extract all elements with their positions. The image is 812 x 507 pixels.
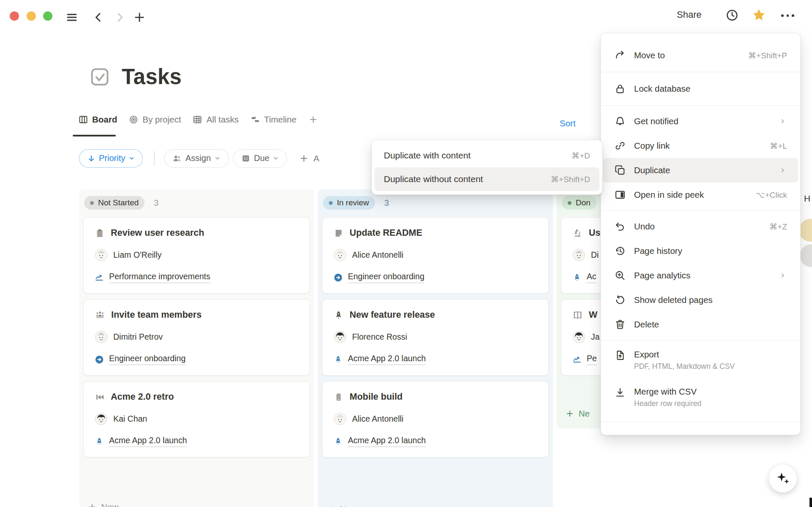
assignee-name: Alice Antonelli bbox=[352, 414, 403, 424]
compress-brackets-icon bbox=[572, 310, 583, 320]
page-title[interactable]: Tasks bbox=[122, 64, 182, 89]
people-icon bbox=[172, 153, 182, 164]
avatar-ja bbox=[572, 330, 585, 343]
card-title-text: Acme 2.0 retro bbox=[111, 392, 174, 402]
assignee-name: Liam O'Reilly bbox=[113, 250, 161, 260]
new-task-button[interactable]: Ne bbox=[565, 409, 590, 419]
menu-item-get-notified[interactable]: Get notified bbox=[603, 109, 798, 134]
relation-link[interactable]: Acme App 2.0 launch bbox=[334, 436, 537, 447]
meeting-people-icon bbox=[95, 310, 105, 320]
back-icon[interactable] bbox=[92, 11, 105, 24]
more-options-icon[interactable] bbox=[781, 14, 794, 17]
traffic-light-close[interactable] bbox=[10, 11, 19, 21]
share-button[interactable]: Share bbox=[677, 9, 702, 20]
add-property-fragment[interactable]: A bbox=[299, 153, 319, 164]
menu-item-export[interactable]: Export PDF, HTML, Markdown & CSV bbox=[603, 344, 798, 381]
tab-by-project[interactable]: By project bbox=[128, 114, 181, 125]
column-status-pill[interactable]: Not Started bbox=[84, 196, 145, 210]
chevron-right-icon bbox=[779, 166, 787, 174]
assignee-name: Kai Chan bbox=[113, 414, 147, 424]
tab-board[interactable]: Board bbox=[78, 114, 117, 125]
new-task-button[interactable]: New bbox=[326, 504, 357, 507]
menu-item-page-analytics[interactable]: Page analytics bbox=[603, 263, 798, 288]
tab-timeline[interactable]: Timeline bbox=[250, 114, 297, 125]
card-title-text: Us bbox=[589, 228, 600, 238]
scrollbar-fragment[interactable] bbox=[809, 498, 812, 507]
traffic-light-zoom[interactable] bbox=[43, 11, 52, 21]
tab-all-tasks[interactable]: All tasks bbox=[192, 114, 238, 125]
clock-icon[interactable] bbox=[725, 8, 739, 22]
column-status-pill[interactable]: In review bbox=[323, 196, 375, 210]
menu-item-duplicate-with-content[interactable]: Duplicate with content ⌘+D bbox=[375, 144, 599, 167]
menu-item-page-history[interactable]: Page history bbox=[603, 239, 798, 263]
lock-icon bbox=[614, 83, 626, 95]
sidebar-menu-icon[interactable] bbox=[66, 11, 78, 24]
rocket-icon bbox=[334, 355, 343, 364]
page-checkbox-icon bbox=[89, 66, 111, 88]
property-pill-row: Priority Assign Due A bbox=[79, 149, 319, 168]
menu-item-move-to[interactable]: Move to ⌘+Shift+P bbox=[603, 42, 798, 68]
favorite-star-icon[interactable] bbox=[752, 8, 766, 22]
add-view-icon[interactable] bbox=[308, 114, 319, 125]
card-title-text: Review user research bbox=[111, 228, 204, 238]
menu-item-merge-with-csv[interactable]: Merge with CSV Header row required bbox=[603, 381, 798, 418]
relation-link[interactable]: Performance improvements bbox=[95, 272, 298, 283]
bell-icon bbox=[614, 115, 626, 127]
forward-icon[interactable] bbox=[113, 11, 126, 24]
page-analytics-icon bbox=[614, 270, 626, 281]
calendar-icon bbox=[241, 153, 251, 163]
export-icon bbox=[614, 349, 626, 361]
avatar-dimitri bbox=[572, 248, 585, 262]
task-card-mobile-build[interactable]: Mobile build Alice Antonelli Acme App 2.… bbox=[322, 381, 549, 458]
menu-item-duplicate[interactable]: Duplicate bbox=[603, 158, 798, 183]
priority-sort-pill[interactable]: Priority bbox=[79, 149, 143, 168]
card-title-text: Mobile build bbox=[350, 392, 402, 402]
relation-link[interactable]: Engineer onboarding bbox=[334, 272, 537, 283]
cutoff-avatar-yellow bbox=[799, 219, 812, 242]
menu-item-show-deleted-pages[interactable]: Show deleted pages bbox=[603, 288, 798, 312]
card-title-text: W bbox=[589, 310, 597, 320]
chevron-right-icon bbox=[779, 271, 787, 280]
task-card-new-feature-release[interactable]: New feature release Florence Rossi Acme … bbox=[322, 299, 549, 376]
chart-increasing-icon bbox=[95, 273, 104, 282]
card-title-text: Update README bbox=[350, 228, 422, 238]
task-card-review-user-research[interactable]: Review user research Liam O'Reilly Perfo… bbox=[83, 217, 310, 294]
rocket-icon bbox=[334, 437, 343, 446]
avatar-alice bbox=[334, 412, 347, 425]
column-status-pill[interactable]: Don bbox=[562, 196, 596, 210]
hidden-column-fragment: H bbox=[804, 194, 810, 204]
relation-link[interactable]: Acme App 2.0 launch bbox=[334, 354, 537, 365]
task-card-invite-team-members[interactable]: Invite team members Dimitri Petrov Engin… bbox=[83, 299, 310, 376]
new-task-button[interactable]: New bbox=[87, 502, 118, 507]
traffic-light-minimize[interactable] bbox=[27, 11, 36, 21]
relation-link[interactable]: Acme App 2.0 launch bbox=[95, 436, 298, 447]
rocket-dark-icon bbox=[334, 310, 344, 320]
assignee-name: Ja bbox=[591, 332, 600, 342]
menu-item-open-side-peek[interactable]: Open in side peek ⌥+Click bbox=[603, 183, 798, 207]
assignee-name: Florence Rossi bbox=[352, 332, 407, 342]
arrow-circle-icon bbox=[95, 355, 104, 364]
menu-item-duplicate-without-content[interactable]: Duplicate without content ⌘+Shift+D bbox=[375, 167, 599, 191]
card-title-text: Invite team members bbox=[111, 310, 202, 320]
assign-pill[interactable]: Assign bbox=[164, 149, 229, 168]
rocket-icon bbox=[95, 437, 104, 446]
avatar-florence bbox=[334, 330, 347, 343]
menu-item-copy-link[interactable]: Copy link ⌘+L bbox=[603, 134, 798, 158]
divider bbox=[154, 151, 155, 166]
menu-item-undo[interactable]: Undo ⌘+Z bbox=[603, 214, 798, 239]
column-count: 3 bbox=[384, 198, 389, 208]
rocket-icon bbox=[572, 273, 582, 282]
phone-icon bbox=[334, 392, 344, 402]
clipboard-icon bbox=[95, 228, 105, 238]
relation-link[interactable]: Engineer onboarding bbox=[95, 354, 298, 365]
new-tab-icon[interactable] bbox=[133, 11, 146, 24]
task-card-update-readme[interactable]: Update README Alice Antonelli Engineer o… bbox=[322, 217, 549, 294]
task-card-acme-retro[interactable]: Acme 2.0 retro Kai Chan Acme App 2.0 lau… bbox=[83, 381, 310, 458]
due-pill[interactable]: Due bbox=[233, 149, 287, 168]
sort-button[interactable]: Sort bbox=[560, 118, 576, 128]
menu-item-delete[interactable]: Delete bbox=[603, 312, 798, 337]
avatar-liam bbox=[95, 248, 108, 262]
menu-item-lock-database[interactable]: Lock database bbox=[603, 76, 798, 102]
ai-assistant-button[interactable] bbox=[768, 464, 797, 493]
chevron-down-icon bbox=[128, 155, 135, 161]
